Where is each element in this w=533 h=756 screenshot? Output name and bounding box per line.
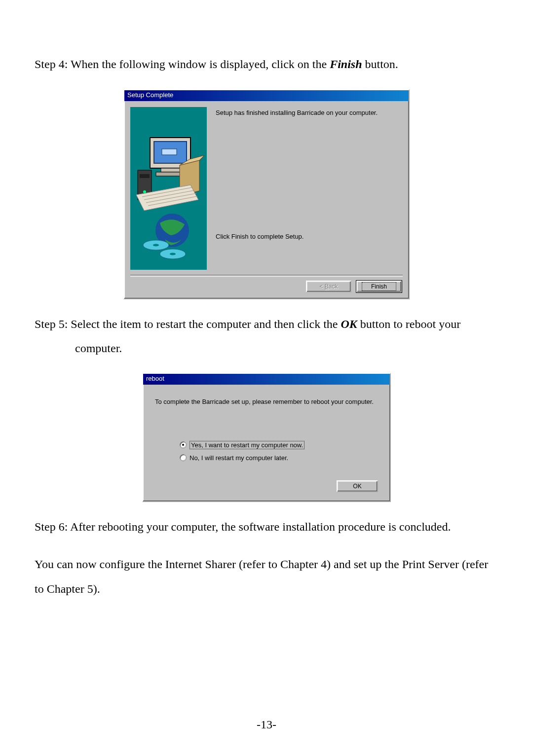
setup-sidebar-graphic — [130, 107, 207, 270]
reboot-dialog: reboot To complete the Barricade set up,… — [142, 373, 391, 502]
step5-text: Step 5: Select the item to restart the c… — [35, 314, 498, 334]
dialog-title: reboot — [146, 375, 164, 382]
radio-icon — [180, 441, 187, 448]
radio-label: Yes, I want to restart my computer now. — [190, 441, 305, 449]
radio-icon — [180, 454, 187, 461]
svg-point-17 — [153, 244, 159, 246]
step4-text: Step 4: When the following window is dis… — [35, 54, 498, 74]
step5-cont: computer. — [75, 338, 498, 359]
dialog-title: Setup Complete — [127, 91, 173, 99]
radio-restart-now[interactable]: Yes, I want to restart my computer now. — [180, 441, 378, 449]
closing-text: You can now configure the Internet Share… — [35, 552, 498, 602]
step6-text: Step 6: After rebooting your computer, t… — [35, 517, 498, 537]
svg-point-19 — [170, 252, 176, 255]
svg-rect-6 — [140, 174, 150, 178]
dialog1-line1: Setup has finished installing Barricade … — [216, 109, 399, 116]
dialog-titlebar: Setup Complete — [124, 90, 409, 101]
page-number: -13- — [0, 718, 533, 731]
dialog1-line2: Click Finish to complete Setup. — [216, 233, 399, 240]
svg-rect-2 — [162, 149, 177, 155]
finish-button[interactable]: Finish — [356, 281, 402, 292]
ok-button[interactable]: OK — [337, 480, 378, 492]
radio-label: No, I will restart my computer later. — [190, 454, 288, 462]
setup-complete-dialog: Setup Complete — [123, 89, 410, 299]
dialog-titlebar: reboot — [143, 374, 390, 385]
svg-rect-3 — [161, 168, 181, 172]
reboot-message: To complete the Barricade set up, please… — [155, 397, 378, 406]
back-button: < Back — [306, 281, 351, 292]
radio-restart-later[interactable]: No, I will restart my computer later. — [180, 454, 378, 462]
